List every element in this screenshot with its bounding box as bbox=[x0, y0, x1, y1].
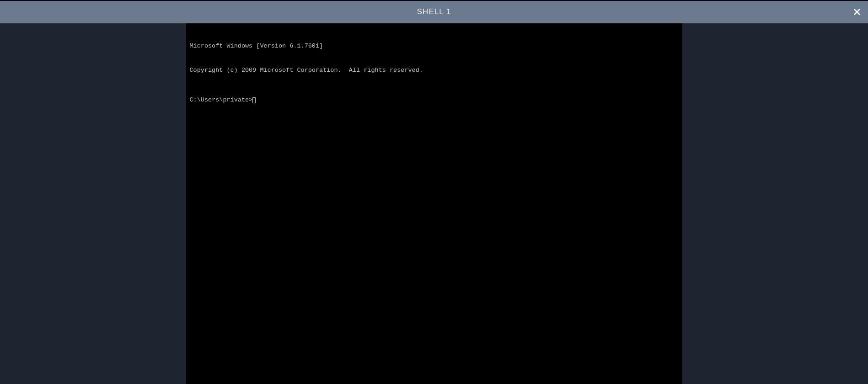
content-area: Microsoft Windows [Version 6.1.7601] Cop… bbox=[0, 23, 868, 384]
terminal[interactable]: Microsoft Windows [Version 6.1.7601] Cop… bbox=[186, 23, 682, 384]
terminal-output-line: Copyright (c) 2009 Microsoft Corporation… bbox=[190, 66, 679, 75]
window-title: SHELL 1 bbox=[417, 7, 451, 16]
close-icon bbox=[853, 8, 861, 16]
terminal-prompt: C:\Users\private> bbox=[190, 96, 253, 104]
close-button[interactable] bbox=[852, 6, 863, 17]
terminal-prompt-line: C:\Users\private> bbox=[190, 96, 679, 104]
terminal-output-line: Microsoft Windows [Version 6.1.7601] bbox=[190, 42, 679, 50]
titlebar: SHELL 1 bbox=[0, 1, 868, 23]
terminal-cursor bbox=[252, 97, 256, 103]
